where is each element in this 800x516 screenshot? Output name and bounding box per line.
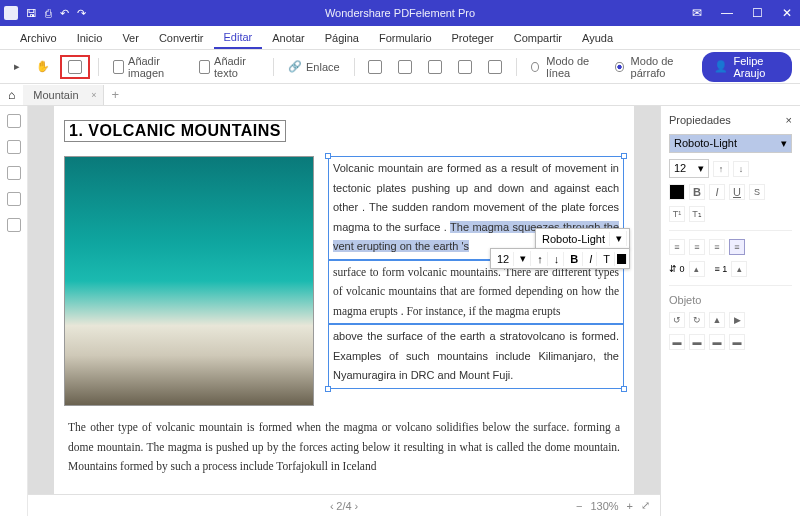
fit-icon[interactable]: ⤢ [641,499,650,512]
menu-ayuda[interactable]: Ayuda [572,28,623,48]
floating-format-toolbar-2[interactable]: 12▾ ↑ ↓ B I T [490,248,630,269]
rotate-left-icon[interactable]: ↺ [669,312,685,328]
doc-tab[interactable]: Mountain× [23,85,103,105]
size-select[interactable]: 12 [493,252,514,266]
font-family-select[interactable]: Roboto-Light▾ [669,134,792,153]
italic-icon[interactable]: I [585,252,597,266]
notify-icon[interactable]: ✉ [688,6,706,20]
underline-button[interactable]: U [729,184,745,200]
increase-icon[interactable]: ↑ [533,252,548,266]
menu-archivo[interactable]: Archivo [10,28,67,48]
menu-pagina[interactable]: Página [315,28,369,48]
add-text-button[interactable]: Añadir texto [193,52,265,82]
statusbar: ‹ 2 /4 › − 130% + ⤢ [28,494,660,516]
floating-format-toolbar[interactable]: Roboto-Light▾ [535,228,630,249]
app-title: Wondershare PDFelement Pro [325,7,475,19]
select-tool[interactable]: ▸ [8,57,26,76]
add-image-button[interactable]: Añadir imagen [107,52,189,82]
tool-icon-4[interactable] [452,57,478,77]
italic-button[interactable]: I [709,184,725,200]
undo-icon[interactable]: ↶ [60,7,69,20]
align-justify-icon[interactable]: ≡ [729,239,745,255]
heading[interactable]: 1. VOLCANIC MOUNTAINS [64,120,286,142]
save-icon[interactable]: 🖫 [26,7,37,19]
minimize-icon[interactable]: — [718,6,736,20]
menu-editar[interactable]: Editar [214,27,263,49]
comment-icon[interactable] [7,166,21,180]
color-icon[interactable] [669,184,685,200]
canvas[interactable]: 1. VOLCANIC MOUNTAINS Volcanic mountain … [28,106,660,516]
hand-tool[interactable]: ✋ [30,57,56,76]
text-icon[interactable]: T [599,252,615,266]
font-decrease-icon[interactable]: ↓ [733,161,749,177]
zoom-in-icon[interactable]: + [627,500,633,512]
font-increase-icon[interactable]: ↑ [713,161,729,177]
close-icon[interactable]: ✕ [778,6,796,20]
edit-tool[interactable] [60,55,90,79]
superscript-button[interactable]: T¹ [669,206,685,222]
panel-close-icon[interactable]: × [786,114,792,126]
maximize-icon[interactable]: ☐ [748,6,766,20]
font-size-select[interactable]: 12▾ [669,159,709,178]
text-block-3[interactable]: above the surface of the earth a stratov… [328,324,624,389]
link-button[interactable]: 🔗Enlace [282,57,346,76]
zoom-level: 130% [590,500,618,512]
bold-button[interactable]: B [689,184,705,200]
menu-compartir[interactable]: Compartir [504,28,572,48]
tool-icon-3[interactable] [422,57,448,77]
menu-formulario[interactable]: Formulario [369,28,442,48]
strike-button[interactable]: S [749,184,765,200]
menu-proteger[interactable]: Proteger [442,28,504,48]
spacing-stepper[interactable]: ▴ [689,261,705,277]
font-select[interactable]: Roboto-Light [538,232,610,246]
text-block-2[interactable]: surface to form volcanic mountains. Ther… [328,260,624,325]
add-tab-button[interactable]: + [104,87,128,102]
obj-align-2[interactable]: ▬ [689,334,705,350]
toolbar: ▸ ✋ Añadir imagen Añadir texto 🔗Enlace M… [0,50,800,84]
decrease-icon[interactable]: ↓ [550,252,565,266]
menu-anotar[interactable]: Anotar [262,28,314,48]
thumbnail-icon[interactable] [7,114,21,128]
properties-panel: Propiedades× Roboto-Light▾ 12▾ ↑ ↓ B I U… [660,106,800,516]
print-icon[interactable]: ⎙ [45,7,52,19]
tabbar: ⌂ Mountain× + [0,84,800,106]
menu-ver[interactable]: Ver [112,28,149,48]
user-button[interactable]: 👤Felipe Araujo [702,52,792,82]
tool-icon-5[interactable] [482,57,508,77]
panel-title: Propiedades [669,114,731,126]
attachment-icon[interactable] [7,218,21,232]
bookmark-icon[interactable] [7,140,21,154]
rotate-right-icon[interactable]: ↻ [689,312,705,328]
obj-align-1[interactable]: ▬ [669,334,685,350]
search-icon[interactable] [7,192,21,206]
mode-para-radio[interactable]: Modo de párrafo [609,52,698,82]
titlebar: 🖫 ⎙ ↶ ↷ Wondershare PDFelement Pro ✉ — ☐… [0,0,800,26]
obj-align-3[interactable]: ▬ [709,334,725,350]
redo-icon[interactable]: ↷ [77,7,86,20]
next-page-icon[interactable]: › [354,500,358,512]
prev-page-icon[interactable]: ‹ [330,500,334,512]
lineheight-stepper[interactable]: ▴ [731,261,747,277]
mode-line-radio[interactable]: Modo de línea [525,52,605,82]
menu-inicio[interactable]: Inicio [67,28,113,48]
home-icon[interactable]: ⌂ [0,88,23,102]
align-right-icon[interactable]: ≡ [709,239,725,255]
close-tab-icon[interactable]: × [91,90,96,100]
page[interactable]: 1. VOLCANIC MOUNTAINS Volcanic mountain … [54,106,634,516]
color-swatch[interactable] [617,254,627,264]
align-center-icon[interactable]: ≡ [689,239,705,255]
align-left-icon[interactable]: ≡ [669,239,685,255]
flip-v-icon[interactable]: ▲ [709,312,725,328]
subscript-button[interactable]: T₁ [689,206,705,222]
crop-icon[interactable] [362,57,388,77]
obj-align-4[interactable]: ▬ [729,334,745,350]
menu-convertir[interactable]: Convertir [149,28,214,48]
object-section-label: Objeto [669,294,792,306]
lower-text[interactable]: The other type of volcanic mountain is f… [64,418,624,477]
zoom-out-icon[interactable]: − [576,500,582,512]
volcanic-image[interactable] [64,156,314,406]
flip-h-icon[interactable]: ▶ [729,312,745,328]
menubar: Archivo Inicio Ver Convertir Editar Anot… [0,26,800,50]
bold-icon[interactable]: B [566,252,583,266]
tool-icon-2[interactable] [392,57,418,77]
